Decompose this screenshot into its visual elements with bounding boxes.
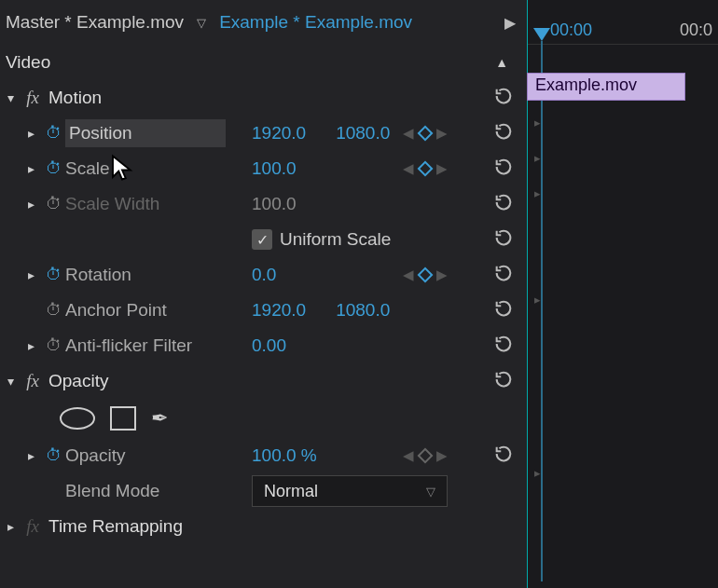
video-section-header: Video ▲ — [0, 45, 527, 80]
motion-label: Motion — [45, 88, 102, 108]
clip-dropdown-icon[interactable]: ▽ — [197, 16, 206, 30]
add-keyframe-icon[interactable] — [418, 448, 434, 464]
rect-mask-icon[interactable] — [110, 406, 136, 431]
twisty-icon[interactable]: ▸ — [21, 338, 41, 353]
stopwatch-icon[interactable]: ⏱ — [41, 301, 65, 320]
fx-badge-icon[interactable]: fx — [21, 371, 45, 391]
next-keyframe-icon[interactable]: ▶ — [436, 267, 448, 283]
opacity-value[interactable]: 100.0 % — [252, 445, 317, 466]
position-x-value[interactable]: 1920.0 — [252, 123, 306, 144]
stopwatch-icon[interactable]: ⏱ — [41, 266, 65, 284]
twisty-icon[interactable]: ▸ — [21, 267, 41, 282]
timeline-key-marker: ▸ — [534, 186, 541, 200]
reset-anchor-icon[interactable] — [493, 298, 514, 323]
stopwatch-icon: ⏱ — [41, 195, 65, 213]
pen-mask-icon[interactable]: ✒ — [151, 406, 168, 431]
timecode-end: 00:0 — [680, 21, 712, 40]
prev-keyframe-icon[interactable]: ◀ — [403, 160, 414, 177]
prop-position[interactable]: ▸ ⏱ Position 1920.0 1080.0 ◀ ▶ — [0, 116, 527, 151]
opacity-label: Opacity — [65, 445, 125, 466]
video-label: Video — [6, 52, 50, 73]
blend-mode-label: Blend Mode — [65, 481, 159, 501]
twisty-icon[interactable]: ▸ — [21, 161, 41, 176]
reset-scale-icon[interactable] — [493, 157, 514, 182]
antiflicker-label: Anti-flicker Filter — [65, 335, 192, 356]
timeline-key-marker: ▸ — [534, 116, 541, 130]
prop-blend-mode[interactable]: ▸ Blend Mode Normal ▽ — [0, 473, 527, 509]
next-keyframe-icon[interactable]: ▶ — [436, 447, 448, 464]
ellipse-mask-icon[interactable] — [60, 407, 95, 430]
uniform-scale-checkbox[interactable]: ✓ — [252, 229, 272, 250]
master-clip-label: Master * Example.mov — [6, 12, 184, 33]
active-clip-label[interactable]: Example * Example.mov — [219, 12, 412, 33]
twisty-icon[interactable]: ▸ — [21, 197, 41, 212]
mask-tools: ✒ — [0, 399, 527, 438]
keyframe-nav: ◀ ▶ — [403, 447, 448, 464]
fx-badge-icon[interactable]: fx — [21, 516, 45, 537]
scale-value[interactable]: 100.0 — [252, 158, 297, 179]
time-ruler[interactable]: 00:00 00:0 — [528, 0, 718, 45]
rotation-value[interactable]: 0.0 — [252, 265, 276, 285]
effect-opacity[interactable]: ▾ fx Opacity — [0, 363, 527, 399]
stopwatch-icon[interactable]: ⏱ — [41, 124, 65, 143]
uniform-scale-label: Uniform Scale — [280, 229, 391, 250]
twisty-open-icon[interactable]: ▾ — [0, 90, 21, 105]
reset-opacity-icon[interactable] — [493, 444, 514, 469]
play-icon[interactable]: ▶ — [504, 14, 516, 32]
add-keyframe-icon[interactable] — [418, 161, 434, 177]
playhead-line — [541, 41, 543, 581]
prev-keyframe-icon[interactable]: ◀ — [403, 447, 414, 464]
stopwatch-icon[interactable]: ⏱ — [41, 336, 65, 355]
position-label: Position — [69, 123, 132, 143]
stopwatch-icon[interactable]: ⏱ — [41, 159, 65, 178]
prop-antiflicker[interactable]: ▸ ⏱ Anti-flicker Filter 0.00 — [0, 328, 527, 363]
scale-width-label: Scale Width — [65, 194, 159, 214]
stopwatch-icon[interactable]: ⏱ — [41, 446, 65, 465]
add-keyframe-icon[interactable] — [418, 126, 434, 142]
opacity-group-label: Opacity — [45, 371, 108, 391]
reset-uniform-scale-icon[interactable] — [493, 227, 514, 253]
scale-width-value: 100.0 — [252, 194, 297, 214]
playhead-icon[interactable] — [533, 28, 550, 41]
prev-keyframe-icon[interactable]: ◀ — [403, 267, 414, 283]
antiflicker-value[interactable]: 0.00 — [252, 335, 286, 356]
prev-keyframe-icon[interactable]: ◀ — [403, 125, 414, 142]
twisty-icon[interactable]: ▸ — [0, 519, 21, 534]
position-y-value[interactable]: 1080.0 — [336, 123, 390, 144]
clip-header: Master * Example.mov ▽ Example * Example… — [0, 0, 527, 45]
timeline-key-marker: ▸ — [534, 293, 541, 307]
next-keyframe-icon[interactable]: ▶ — [436, 125, 448, 142]
anchor-x-value[interactable]: 1920.0 — [252, 300, 306, 321]
add-keyframe-icon[interactable] — [418, 267, 434, 283]
next-keyframe-icon[interactable]: ▶ — [436, 160, 448, 177]
blend-mode-value: Normal — [264, 482, 318, 501]
time-remapping-label: Time Remapping — [45, 516, 183, 537]
timeline-key-marker: ▸ — [534, 151, 541, 165]
reset-motion-icon[interactable] — [493, 86, 514, 111]
twisty-icon[interactable]: ▸ — [21, 126, 41, 141]
fx-badge-icon[interactable]: fx — [21, 88, 45, 108]
collapse-icon[interactable]: ▲ — [495, 55, 508, 70]
reset-scale-width-icon[interactable] — [493, 192, 514, 217]
prop-anchor-point[interactable]: ▸ ⏱ Anchor Point 1920.0 1080.0 — [0, 293, 527, 328]
twisty-open-icon[interactable]: ▾ — [0, 374, 21, 389]
anchor-point-label: Anchor Point — [65, 300, 167, 321]
effect-controls-panel: Master * Example.mov ▽ Example * Example… — [0, 0, 527, 588]
rotation-label: Rotation — [65, 265, 131, 285]
timeline-key-marker: ▸ — [534, 466, 541, 480]
effect-time-remapping[interactable]: ▸ fx Time Remapping — [0, 509, 527, 544]
timeline-clip-bar[interactable]: Example.mov — [527, 73, 685, 101]
prop-rotation[interactable]: ▸ ⏱ Rotation 0.0 ◀ ▶ — [0, 257, 527, 293]
prop-opacity[interactable]: ▸ ⏱ Opacity 100.0 % ◀ ▶ — [0, 438, 527, 473]
reset-opacity-group-icon[interactable] — [493, 369, 514, 394]
prop-scale-width: ▸ ⏱ Scale Width 100.0 — [0, 186, 527, 222]
effect-motion[interactable]: ▾ fx Motion — [0, 80, 527, 116]
reset-position-icon[interactable] — [493, 121, 514, 146]
prop-scale[interactable]: ▸ ⏱ Scale 100.0 ◀ ▶ — [0, 151, 527, 186]
reset-rotation-icon[interactable] — [493, 263, 514, 288]
anchor-y-value[interactable]: 1080.0 — [336, 300, 390, 321]
keyframe-nav: ◀ ▶ — [403, 267, 448, 283]
blend-mode-select[interactable]: Normal ▽ — [252, 475, 448, 507]
twisty-icon[interactable]: ▸ — [21, 448, 41, 463]
reset-antiflicker-icon[interactable] — [493, 334, 514, 359]
